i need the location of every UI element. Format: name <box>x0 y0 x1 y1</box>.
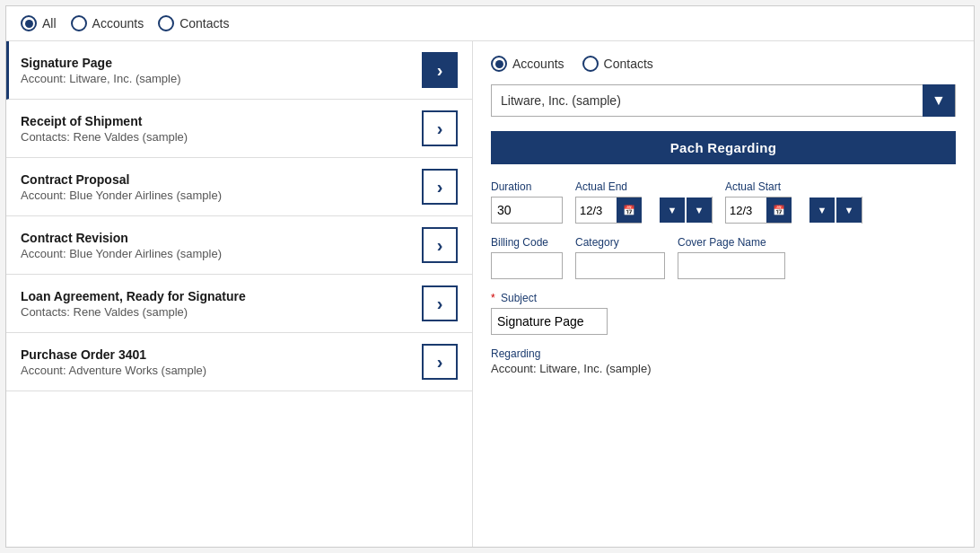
main-container: All Accounts Contacts Signature PageAcco… <box>5 5 975 548</box>
duration-group: Duration <box>491 180 563 224</box>
cover-page-input[interactable] <box>678 252 785 279</box>
actual-start-group: Actual Start 📅 ▼ ▼ <box>725 180 862 224</box>
chevron-down-icon-3: ▼ <box>695 205 704 215</box>
actual-start-time-input[interactable] <box>792 204 809 216</box>
radio-contacts-top-circle <box>158 15 174 31</box>
subject-group: * Subject <box>491 292 956 335</box>
right-radio-contacts[interactable]: Contacts <box>582 56 653 72</box>
list-item[interactable]: Loan Agreement, Ready for SignatureConta… <box>6 275 472 333</box>
list-item-content: Signature PageAccount: Litware, Inc. (sa… <box>21 56 422 85</box>
duration-label: Duration <box>491 180 563 193</box>
radio-all-circle <box>21 15 37 31</box>
actual-end-time-input[interactable] <box>642 204 660 216</box>
content-area: Signature PageAccount: Litware, Inc. (sa… <box>6 41 974 547</box>
cover-page-label: Cover Page Name <box>678 236 785 249</box>
list-item-chevron-btn[interactable]: › <box>422 169 458 205</box>
list-item-title: Contract Revision <box>21 231 422 245</box>
right-radio-contacts-label: Contacts <box>604 57 653 71</box>
billing-code-group: Billing Code <box>491 236 563 279</box>
actual-start-time-btn[interactable]: ▼ <box>809 198 835 223</box>
billing-code-input[interactable] <box>491 252 563 279</box>
right-radio-accounts[interactable]: Accounts <box>491 56 564 72</box>
actual-end-label: Actual End <box>575 180 713 193</box>
radio-accounts-top-circle <box>71 15 87 31</box>
list-item-chevron-btn[interactable]: › <box>422 110 458 146</box>
radio-accounts-top-label: Accounts <box>92 16 144 31</box>
list-item-title: Loan Agreement, Ready for Signature <box>21 289 422 303</box>
dropdown-arrow-btn[interactable]: ▼ <box>923 84 955 117</box>
right-radio-accounts-label: Accounts <box>512 57 564 71</box>
right-panel: Accounts Contacts Litware, Inc. (sample)… <box>473 41 974 547</box>
list-item-content: Contract RevisionAccount: Blue Yonder Ai… <box>21 231 422 260</box>
calendar-icon: 📅 <box>623 205 635 216</box>
fields-row-2: Billing Code Category Cover Page Name <box>491 236 956 279</box>
list-item-chevron-btn[interactable]: › <box>422 227 458 263</box>
regarding-value: Account: Litware, Inc. (sample) <box>491 362 956 375</box>
right-radio-group: Accounts Contacts <box>491 56 956 72</box>
cover-page-group: Cover Page Name <box>678 236 785 279</box>
list-item-content: Purchase Order 3401Account: Adventure Wo… <box>21 347 422 377</box>
radio-all[interactable]: All <box>21 15 57 31</box>
actual-end-time-btn2[interactable]: ▼ <box>687 198 712 223</box>
account-dropdown[interactable]: Litware, Inc. (sample) ▼ <box>491 84 956 117</box>
actual-end-time-group: ▼ ▼ <box>642 197 712 224</box>
chevron-right-icon: › <box>437 60 443 81</box>
list-item-title: Receipt of Shipment <box>21 114 422 128</box>
billing-code-label: Billing Code <box>491 236 563 249</box>
actual-end-date-field: 📅 ▼ ▼ <box>575 197 713 224</box>
list-item[interactable]: Contract ProposalAccount: Blue Yonder Ai… <box>6 158 472 216</box>
chevron-down-icon-5: ▼ <box>844 205 854 215</box>
top-radio-group: All Accounts Contacts <box>21 15 229 31</box>
list-item[interactable]: Receipt of ShipmentContacts: Rene Valdes… <box>6 100 472 158</box>
list-item-content: Loan Agreement, Ready for SignatureConta… <box>21 289 422 319</box>
radio-all-label: All <box>42 16 57 31</box>
list-item-title: Purchase Order 3401 <box>21 347 422 362</box>
list-item[interactable]: Contract RevisionAccount: Blue Yonder Ai… <box>6 216 472 275</box>
right-radio-accounts-circle <box>491 56 507 72</box>
actual-end-date-input[interactable] <box>576 204 617 217</box>
left-panel: Signature PageAccount: Litware, Inc. (sa… <box>6 41 473 547</box>
list-item-sub: Account: Blue Yonder Airlines (sample) <box>21 189 422 202</box>
calendar-icon-2: 📅 <box>773 205 785 216</box>
radio-accounts-top[interactable]: Accounts <box>71 15 144 31</box>
chevron-down-icon: ▼ <box>932 92 946 109</box>
list-item-chevron-btn[interactable]: › <box>422 344 458 380</box>
category-input[interactable] <box>575 252 665 279</box>
list-item-chevron-btn[interactable]: › <box>422 285 458 321</box>
top-bar: All Accounts Contacts <box>6 6 974 41</box>
pach-regarding-button[interactable]: Pach Regarding <box>491 131 956 164</box>
regarding-label: Regarding <box>491 347 956 360</box>
actual-start-calendar-btn[interactable]: 📅 <box>766 198 792 223</box>
list-item-sub: Account: Adventure Works (sample) <box>21 364 422 377</box>
list-item-content: Contract ProposalAccount: Blue Yonder Ai… <box>21 172 422 202</box>
chevron-down-icon-2: ▼ <box>668 205 678 215</box>
list-item-sub: Contacts: Rene Valdes (sample) <box>21 130 422 144</box>
list-item[interactable]: Purchase Order 3401Account: Adventure Wo… <box>6 333 472 391</box>
dropdown-row: Litware, Inc. (sample) ▼ <box>491 84 956 117</box>
required-star: * <box>491 292 495 304</box>
chevron-right-icon: › <box>437 235 443 256</box>
radio-contacts-top-label: Contacts <box>179 16 229 31</box>
list-item-content: Receipt of ShipmentContacts: Rene Valdes… <box>21 114 422 144</box>
actual-start-date-field: 📅 ▼ ▼ <box>725 197 862 224</box>
list-item[interactable]: Signature PageAccount: Litware, Inc. (sa… <box>6 41 472 100</box>
radio-contacts-top[interactable]: Contacts <box>158 15 229 31</box>
category-label: Category <box>575 236 665 249</box>
actual-start-time-btn2[interactable]: ▼ <box>836 198 862 223</box>
chevron-right-icon: › <box>437 118 443 139</box>
subject-input[interactable] <box>491 308 608 335</box>
list-item-title: Contract Proposal <box>21 172 422 187</box>
chevron-down-icon-4: ▼ <box>818 205 827 215</box>
right-radio-contacts-circle <box>582 56 599 72</box>
list-item-chevron-btn[interactable]: › <box>422 52 458 88</box>
dropdown-value: Litware, Inc. (sample) <box>492 93 923 108</box>
actual-end-calendar-btn[interactable]: 📅 <box>617 198 642 223</box>
chevron-right-icon: › <box>437 294 443 314</box>
actual-start-date-input[interactable] <box>726 204 766 217</box>
subject-label: * Subject <box>491 292 956 304</box>
duration-input[interactable] <box>491 197 563 224</box>
chevron-right-icon: › <box>437 352 443 373</box>
list-item-title: Signature Page <box>21 56 422 70</box>
list-item-sub: Account: Litware, Inc. (sample) <box>21 72 422 85</box>
actual-end-time-btn[interactable]: ▼ <box>660 198 685 223</box>
